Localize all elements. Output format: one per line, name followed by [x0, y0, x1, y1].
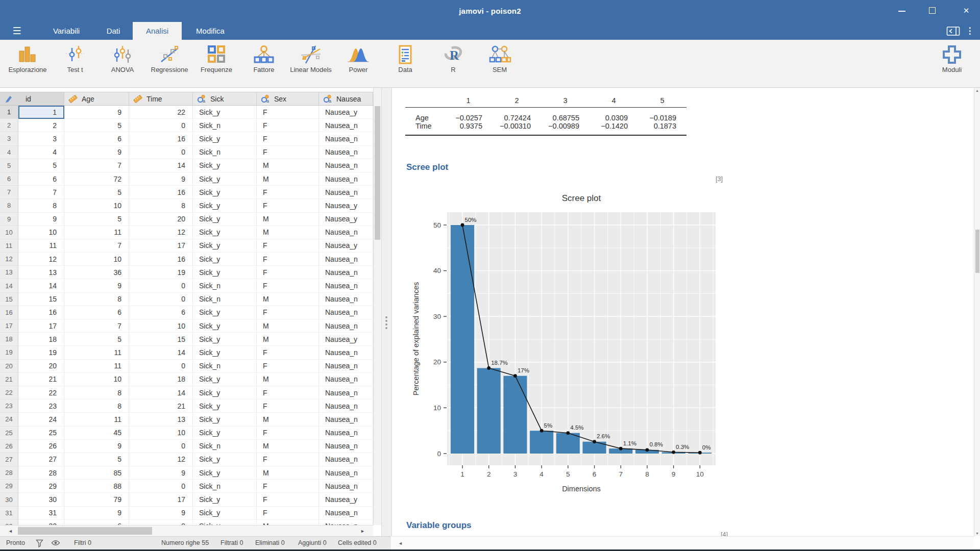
row-number[interactable]: 16	[0, 306, 18, 319]
maximize-button[interactable]	[924, 3, 941, 18]
cell[interactable]: 14	[18, 279, 64, 292]
cell[interactable]: Nausea_n	[319, 507, 373, 520]
tab-variabili[interactable]: Variabili	[47, 22, 86, 40]
cell[interactable]: Sick_n	[193, 440, 257, 453]
cell[interactable]: Sick_n	[193, 279, 257, 292]
cell[interactable]: M	[257, 520, 319, 525]
cell[interactable]: Sick_y	[193, 493, 257, 506]
row-number[interactable]: 14	[0, 279, 18, 292]
cell[interactable]: 7	[18, 186, 64, 199]
cell[interactable]: Sick_y	[193, 346, 257, 359]
cell[interactable]: Sick_y	[193, 466, 257, 480]
cell[interactable]: 2	[18, 119, 64, 132]
ribbon-sem[interactable]: SEM	[475, 44, 524, 73]
cell[interactable]: 16	[129, 253, 193, 266]
cell[interactable]: Sick_n	[193, 119, 257, 132]
results-horizontal-scrollbar[interactable]: ◄	[392, 536, 974, 549]
cell[interactable]: Sick_y	[193, 239, 257, 253]
cell[interactable]: Sick_n	[193, 480, 257, 493]
row-number[interactable]: 13	[0, 266, 18, 279]
cell[interactable]: M	[257, 159, 319, 172]
tab-modifica[interactable]: Modifica	[188, 22, 233, 40]
cell[interactable]: Nausea_n	[319, 360, 373, 373]
cell[interactable]: 9	[64, 106, 129, 119]
cell[interactable]: Nausea_n	[319, 146, 373, 159]
row-number[interactable]: 32	[0, 520, 18, 525]
cell[interactable]: Nausea_y	[319, 333, 373, 346]
cell[interactable]: 17	[18, 319, 64, 333]
cell[interactable]: Sick_y	[193, 306, 257, 319]
scroll-left-icon[interactable]: ◄	[8, 525, 13, 537]
cell[interactable]: F	[257, 427, 319, 440]
cell[interactable]: 9	[129, 507, 193, 520]
hamburger-menu-icon[interactable]: ☰	[10, 22, 23, 40]
cell[interactable]: 7	[64, 319, 129, 333]
cell[interactable]: 10	[129, 427, 193, 440]
cell[interactable]: 36	[64, 266, 129, 279]
cell[interactable]: F	[257, 453, 319, 466]
cell[interactable]: F	[257, 146, 319, 159]
column-header-id[interactable]: id	[0, 92, 64, 106]
cell[interactable]: 0	[129, 279, 193, 292]
row-number[interactable]: 4	[0, 146, 18, 159]
row-number[interactable]: 28	[0, 466, 18, 480]
cell[interactable]: 9	[64, 279, 129, 292]
row-number[interactable]: 3	[0, 132, 18, 145]
cell[interactable]: 9	[129, 520, 193, 525]
cell[interactable]: 20	[18, 360, 64, 373]
cell[interactable]: F	[257, 266, 319, 279]
row-number[interactable]: 10	[0, 226, 18, 239]
cell[interactable]: Nausea_n	[319, 413, 373, 426]
row-number[interactable]: 5	[0, 159, 18, 172]
column-header-Nausea[interactable]: aNausea	[319, 92, 373, 106]
row-number[interactable]: 6	[0, 172, 18, 186]
scroll-down-icon[interactable]: ▼	[974, 532, 980, 535]
cell[interactable]: 20	[129, 213, 193, 226]
cell[interactable]: Nausea_n	[319, 159, 373, 172]
cell[interactable]: 19	[129, 266, 193, 279]
cell[interactable]: Sick_y	[193, 213, 257, 226]
cell[interactable]: 16	[129, 132, 193, 145]
cell[interactable]: F	[257, 279, 319, 292]
cell[interactable]: Nausea_n	[319, 386, 373, 399]
cell[interactable]: 5	[64, 119, 129, 132]
cell[interactable]: 30	[18, 493, 64, 506]
cell[interactable]: 0	[129, 119, 193, 132]
ribbon-regressione[interactable]: Regressione	[145, 44, 194, 73]
cell[interactable]: F	[257, 480, 319, 493]
row-number[interactable]: 17	[0, 319, 18, 333]
cell[interactable]: Sick_y	[193, 132, 257, 145]
cell[interactable]: Nausea_n	[319, 427, 373, 440]
cell[interactable]: Sick_y	[193, 413, 257, 426]
cell[interactable]: Nausea_n	[319, 399, 373, 413]
cell[interactable]: Nausea_n	[319, 440, 373, 453]
row-number[interactable]: 2	[0, 119, 18, 132]
cell[interactable]: Nausea_n	[319, 480, 373, 493]
cell[interactable]: 31	[18, 507, 64, 520]
cell[interactable]: M	[257, 440, 319, 453]
cell[interactable]: Nausea_n	[319, 279, 373, 292]
cell[interactable]: Nausea_n	[319, 119, 373, 132]
tab-analisi[interactable]: Analisi	[133, 22, 182, 40]
cell[interactable]: Sick_y	[193, 453, 257, 466]
row-number[interactable]: 26	[0, 440, 18, 453]
cell[interactable]: 32	[18, 520, 64, 525]
minimize-button[interactable]	[893, 3, 911, 18]
cell[interactable]: Nausea_n	[319, 453, 373, 466]
cell[interactable]: 9	[129, 466, 193, 480]
cell[interactable]: 8	[129, 199, 193, 212]
cell[interactable]: F	[257, 493, 319, 506]
cell[interactable]: Sick_n	[193, 293, 257, 306]
cell[interactable]: Sick_y	[193, 186, 257, 199]
cell[interactable]: 6	[64, 520, 129, 525]
cell[interactable]: Sick_n	[193, 146, 257, 159]
cell[interactable]: F	[257, 199, 319, 212]
cell[interactable]: M	[257, 413, 319, 426]
cell[interactable]: 9	[129, 172, 193, 186]
cell[interactable]: 27	[18, 453, 64, 466]
cell[interactable]: Sick_y	[193, 427, 257, 440]
cell[interactable]: F	[257, 399, 319, 413]
cell[interactable]: 23	[18, 399, 64, 413]
cell[interactable]: Nausea_n	[319, 132, 373, 145]
cell[interactable]: 8	[64, 399, 129, 413]
